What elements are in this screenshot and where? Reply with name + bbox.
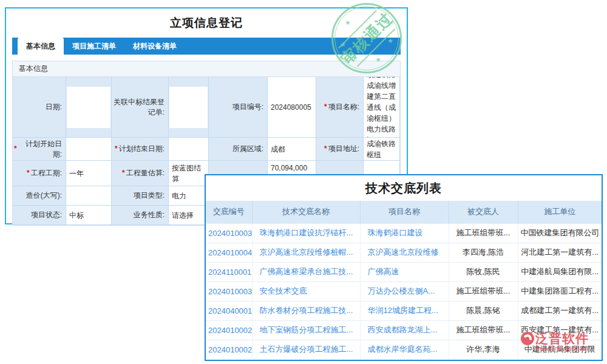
text-input[interactable] xyxy=(67,87,110,128)
cell-text: 李四海,陈浩 xyxy=(449,243,518,262)
table-row: 2024010003珠海鹤港口建设抗浮锚杆...珠海鹤港口建设施工班组带班...… xyxy=(206,223,602,243)
required-asterisk: * xyxy=(27,168,30,178)
cell-link[interactable]: 2024040001 xyxy=(206,301,252,320)
cell-text: 陈牧,陈民 xyxy=(449,262,518,281)
cell-link[interactable]: 珠海鹤港口建设抗浮锚杆... xyxy=(252,223,360,243)
field-label: 关联中标结果登记单: xyxy=(112,77,169,138)
cell-link[interactable]: 万达办公楼左侧A... xyxy=(360,281,449,301)
field-label: 业务性质: xyxy=(112,206,169,225)
cell-link[interactable]: 土石方爆破分项工程施工... xyxy=(252,340,360,359)
table-row: 2024040001防水卷材分项工程施工技...华润12城房建工程...陈晨,陈… xyxy=(206,301,602,320)
cell-text: 施工班组带班... xyxy=(449,281,518,301)
cell-link[interactable]: 地下室钢筋分项工程施工... xyxy=(252,320,360,340)
tab-基本信息[interactable]: 基本信息 xyxy=(18,38,64,55)
required-asterisk: * xyxy=(324,102,327,112)
cell-link[interactable]: 2024110001 xyxy=(206,262,252,281)
cell-link[interactable]: 2024010004 xyxy=(206,243,252,262)
required-asterisk: * xyxy=(324,144,327,154)
cell-link[interactable]: 京沪高速北京段维修桩帽... xyxy=(252,243,360,262)
field-label: *项目名称: xyxy=(316,77,364,138)
required-asterisk: * xyxy=(14,144,17,154)
tech-disclosure-panel: 技术交底列表 交底编号技术交底名称项目名称被交底人施工单位 2024010003… xyxy=(205,174,603,361)
field-value[interactable]: 按蓝图结算 xyxy=(169,161,209,186)
field-value[interactable] xyxy=(169,138,209,161)
cell-link[interactable]: 珠海鹤港口建设 xyxy=(360,223,449,243)
table-row: 2024010002地下室钢筋分项工程施工...西安成都路龙湖上...施工班组带… xyxy=(206,320,602,340)
cell-text: 陈晨,陈铭 xyxy=(449,301,518,320)
field-value[interactable] xyxy=(66,138,112,161)
column-header: 施工单位 xyxy=(518,201,602,223)
cell-link[interactable]: 广佛高速桥梁承台施工技... xyxy=(252,262,360,281)
cell-text: 施工班组带班... xyxy=(449,320,518,340)
field-value[interactable]: 电力 xyxy=(169,186,209,206)
field-value[interactable]: 一年 xyxy=(66,161,112,186)
cell-text: 西安建工第一建筑有... xyxy=(518,320,602,340)
field-label: *工程量估算: xyxy=(112,161,169,186)
tab-bar: 基本信息项目施工清单材料设备清单 xyxy=(12,38,401,55)
table-row: 2024110001广佛高速桥梁承台施工技...广佛高速陈牧,陈民中建港航局集团… xyxy=(206,262,602,281)
cell-link[interactable]: 防水卷材分项工程施工技... xyxy=(252,301,360,320)
table-body: 2024010003珠海鹤港口建设抗浮锚杆...珠海鹤港口建设施工班组带班...… xyxy=(206,223,602,359)
cell-link[interactable]: 安全技术交底 xyxy=(252,281,360,301)
text-input[interactable] xyxy=(169,87,208,128)
cell-text: 成都建工第一建筑有... xyxy=(518,301,602,320)
disclosure-table: 交底编号技术交底名称项目名称被交底人施工单位 2024010003珠海鹤港口建设… xyxy=(206,201,602,359)
cell-link[interactable]: 京沪高速北京段维修 xyxy=(360,243,449,262)
field-label: 造价(大写): xyxy=(13,186,66,206)
table-header-row: 交底编号技术交底名称项目名称被交底人施工单位 xyxy=(206,201,602,223)
required-asterisk: * xyxy=(122,168,125,178)
cell-text: 施工班组带班... xyxy=(449,223,518,243)
field-value[interactable]: 改建铁路成渝线增建第二直通线（成渝枢纽）电力线路迁改工程 xyxy=(364,77,400,138)
field-value[interactable]: 成都 xyxy=(268,138,316,161)
field-label: 项目编号: xyxy=(209,77,268,138)
column-header: 技术交底名称 xyxy=(252,201,360,223)
field-label: 项目类型: xyxy=(112,186,169,206)
cell-text: 河北建工第一建筑有... xyxy=(518,243,602,262)
field-label: 项目状态: xyxy=(13,206,66,225)
field-label: *工程工期: xyxy=(13,161,66,186)
field-value[interactable]: 中标 xyxy=(66,206,112,225)
cell-text: 中建港航局集团有限 xyxy=(518,340,602,359)
cell-text: 许华,李海 xyxy=(449,340,518,359)
cell-link[interactable]: 2024010003 xyxy=(206,281,252,301)
cell-text: 中国铁建集团有限公司 xyxy=(518,223,602,243)
page-title: 立项信息登记 xyxy=(6,8,407,38)
tab-材料设备清单[interactable]: 材料设备清单 xyxy=(124,38,185,55)
field-value[interactable]: 请选择 xyxy=(169,206,209,225)
cell-text: 中建集团路面工程有... xyxy=(518,281,602,301)
cell-link[interactable]: 广佛高速 xyxy=(360,262,449,281)
column-header: 被交底人 xyxy=(449,201,518,223)
cell-text: 中建港航局集团有限... xyxy=(518,262,602,281)
field-label: *计划结束日期: xyxy=(112,138,169,161)
field-label: 所属区域: xyxy=(209,138,268,161)
field-value[interactable] xyxy=(66,186,112,206)
cell-link[interactable]: 华润12城房建工程... xyxy=(360,301,449,320)
field-value[interactable]: 成渝铁路 枢纽 xyxy=(364,138,400,161)
field-value xyxy=(169,77,209,138)
tab-项目施工清单[interactable]: 项目施工清单 xyxy=(64,38,124,55)
column-header: 交底编号 xyxy=(206,201,252,223)
cell-link[interactable]: 西安成都路龙湖上... xyxy=(360,320,449,340)
field-label: *项目地址: xyxy=(316,138,364,161)
cell-link[interactable]: 2024010003 xyxy=(206,223,252,243)
cell-link[interactable]: 成都水岸华庭名苑... xyxy=(360,340,449,359)
section-title: 基本信息 xyxy=(13,61,400,77)
field-label: *计划开始日期: xyxy=(13,138,66,161)
field-value[interactable]: 2024080005 xyxy=(268,77,316,138)
table-row: 2024010003安全技术交底万达办公楼左侧A...施工班组带班...中建集团… xyxy=(206,281,602,301)
list-title: 技术交底列表 xyxy=(206,175,602,201)
cell-link[interactable]: 2024010002 xyxy=(206,320,252,340)
column-header: 项目名称 xyxy=(360,201,449,223)
field-value xyxy=(66,77,112,138)
field-label: 日期: xyxy=(13,77,66,138)
required-asterisk: * xyxy=(115,144,118,154)
table-row: 2024010004京沪高速北京段维修桩帽...京沪高速北京段维修李四海,陈浩河… xyxy=(206,243,602,262)
cell-link[interactable]: 2024010002 xyxy=(206,340,252,359)
table-row: 2024010002土石方爆破分项工程施工...成都水岸华庭名苑...许华,李海… xyxy=(206,340,602,359)
